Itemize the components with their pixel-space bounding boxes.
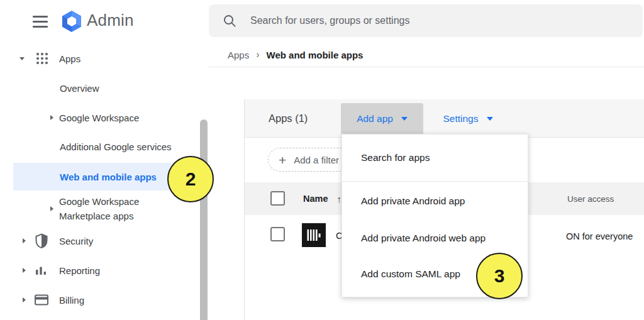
caret-down-icon <box>487 117 493 121</box>
sidebar-item-apps-root[interactable]: Apps <box>0 46 200 71</box>
menu-item-add-private-android-web-app[interactable]: Add private Android web app <box>342 221 528 256</box>
caret-down-icon <box>401 117 408 121</box>
settings-button[interactable]: Settings <box>433 103 502 135</box>
sidebar-item-security[interactable]: Security <box>0 228 200 253</box>
breadcrumb-chevron-icon: › <box>256 49 259 60</box>
sidebar-item-marketplace-apps[interactable]: Google Workspace Marketplace apps <box>0 194 200 224</box>
menu-item-add-private-android-app[interactable]: Add private Android app <box>342 182 528 221</box>
sidebar-item-label: Billing <box>59 295 84 306</box>
sidebar-item-label: Google Workspace <box>59 113 139 123</box>
admin-console-screen: Admin Apps › Web and mobile apps Apps Ov… <box>0 0 644 320</box>
breadcrumb-apps-link[interactable]: Apps <box>228 50 249 60</box>
apps-count-title: Apps (1) <box>269 99 308 137</box>
sidebar-scrollbar[interactable] <box>200 119 208 320</box>
breadcrumb: Apps › Web and mobile apps <box>228 49 363 60</box>
caret-right-icon[interactable] <box>23 238 26 243</box>
settings-label: Settings <box>443 113 478 124</box>
apps-grid-icon <box>35 52 49 65</box>
sidebar-item-overview[interactable]: Overview <box>0 75 200 101</box>
header-divider <box>209 67 644 67</box>
apps-toolbar: Apps (1) Add app Settings <box>245 99 644 138</box>
plus-icon: + <box>279 153 286 167</box>
select-all-checkbox[interactable] <box>270 191 285 206</box>
caret-right-icon[interactable] <box>50 206 53 211</box>
sidebar-item-google-workspace[interactable]: Google Workspace <box>0 105 200 130</box>
sidebar-item-label: Web and mobile apps <box>60 172 157 182</box>
name-header-label: Name <box>303 194 328 204</box>
sidebar-item-label: Reporting <box>59 265 100 276</box>
row-checkbox[interactable] <box>270 227 285 241</box>
caret-right-icon[interactable] <box>23 268 26 273</box>
caret-right-icon[interactable] <box>23 297 26 302</box>
sidebar-item-label-line2: Marketplace apps <box>59 209 139 223</box>
step-3-annotation-badge: 3 <box>476 253 523 299</box>
search-icon <box>223 14 236 28</box>
brand-title: Admin <box>87 11 134 30</box>
sidebar-item-additional-google-services[interactable]: Additional Google services <box>0 134 200 159</box>
sort-ascending-icon[interactable]: ↑ <box>337 194 342 204</box>
breadcrumb-current: Web and mobile apps <box>267 50 364 60</box>
caret-right-icon[interactable] <box>50 115 53 120</box>
user-access-value: ON for everyone <box>566 231 633 241</box>
sidebar-item-label: Additional Google services <box>60 141 172 152</box>
credit-card-icon <box>35 294 48 306</box>
sidebar-item-label-line1: Google Workspace <box>59 194 139 209</box>
add-app-label: Add app <box>357 113 393 124</box>
add-filter-label: Add a filter <box>294 155 339 165</box>
global-search-bar[interactable] <box>209 4 643 37</box>
sidebar-item-billing[interactable]: Billing <box>0 287 200 312</box>
caret-down-icon[interactable] <box>19 57 25 60</box>
menu-hamburger-icon[interactable] <box>33 16 48 31</box>
menu-item-search-for-apps[interactable]: Search for apps <box>342 135 528 181</box>
sidebar-item-label: Apps <box>59 53 80 64</box>
app-logo-icon <box>302 223 326 247</box>
add-app-button[interactable]: Add app <box>341 103 423 135</box>
sidebar-item-label: Security <box>59 236 93 246</box>
sidebar-item-reporting[interactable]: Reporting <box>0 258 200 283</box>
search-input[interactable] <box>249 14 604 27</box>
column-header-user-access: User access <box>567 182 614 215</box>
step-2-annotation-badge: 2 <box>167 156 214 202</box>
sidebar-item-label: Overview <box>60 83 99 94</box>
admin-logo-icon[interactable] <box>60 9 83 33</box>
shield-icon <box>35 233 48 248</box>
column-header-name[interactable]: Name ↑ <box>303 182 341 215</box>
bar-chart-icon <box>35 264 47 277</box>
